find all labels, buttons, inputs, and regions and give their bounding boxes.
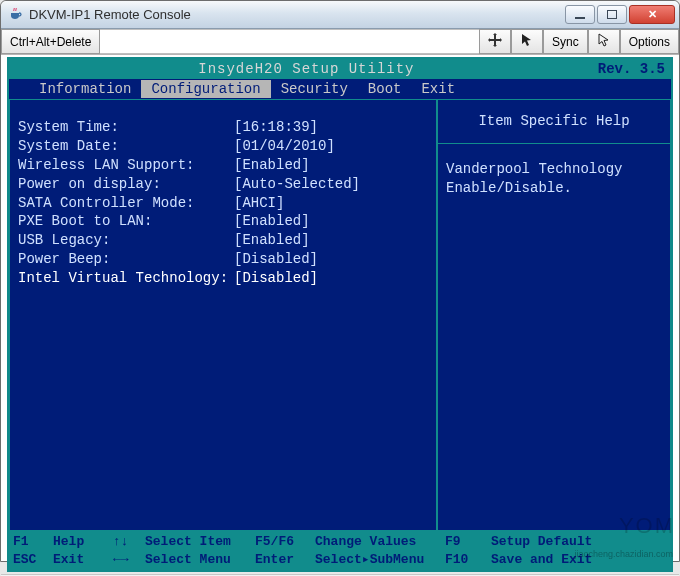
setting-label: Power on display: — [18, 175, 234, 194]
setting-label: System Date: — [18, 137, 234, 156]
move-icon — [488, 33, 502, 50]
setting-value: [Enabled] — [234, 231, 310, 250]
window-controls: ✕ — [565, 5, 675, 24]
remote-console-viewport[interactable]: InsydeH20 Setup Utility Rev. 3.5 Informa… — [7, 57, 673, 572]
menu-configuration[interactable]: Configuration — [141, 80, 270, 99]
bios-header: InsydeH20 Setup Utility Rev. 3.5 — [9, 59, 671, 79]
toolbar-spacer — [100, 29, 479, 54]
action-change-values: Change Values — [315, 533, 445, 551]
setting-usb-legacy[interactable]: USB Legacy:[Enabled] — [18, 231, 430, 250]
setting-value: [Enabled] — [234, 156, 310, 175]
bios-footer: F1 Help ↑↓ Select Item F5/F6 Change Valu… — [9, 531, 671, 570]
setting-power-beep[interactable]: Power Beep:[Disabled] — [18, 250, 430, 269]
app-window: DKVM-IP1 Remote Console ✕ Ctrl+Alt+Delet… — [0, 0, 680, 562]
setting-wireless-lan[interactable]: Wireless LAN Support:[Enabled] — [18, 156, 430, 175]
setting-value: [01/04/2010] — [234, 137, 335, 156]
sync-button[interactable]: Sync — [543, 29, 588, 54]
setting-value: [Disabled] — [234, 250, 318, 269]
setting-label: System Time: — [18, 118, 234, 137]
bios-menu: Information Configuration Security Boot … — [9, 79, 671, 99]
settings-panel: System Time:[16:18:39]System Date:[01/04… — [9, 99, 437, 531]
key-f5f6: F5/F6 — [255, 533, 315, 551]
app-toolbar: Ctrl+Alt+Delete Sync Options — [1, 29, 679, 55]
setting-value: [Disabled] — [234, 269, 318, 288]
cursor-icon-button-2[interactable] — [588, 29, 620, 54]
key-arrows-h: ←→ — [113, 551, 145, 569]
setting-pxe-boot[interactable]: PXE Boot to LAN:[Enabled] — [18, 212, 430, 231]
cursor-icon — [597, 33, 611, 50]
action-exit: Exit — [53, 551, 113, 569]
setting-label: PXE Boot to LAN: — [18, 212, 234, 231]
bios-body: System Time:[16:18:39]System Date:[01/04… — [9, 99, 671, 531]
menu-security[interactable]: Security — [271, 80, 358, 99]
setting-value: [Enabled] — [234, 212, 310, 231]
key-enter: Enter — [255, 551, 315, 569]
key-f1: F1 — [13, 533, 53, 551]
setting-power-on-display[interactable]: Power on display:[Auto-Selected] — [18, 175, 430, 194]
key-f10: F10 — [445, 551, 491, 569]
bios-revision: Rev. 3.5 — [598, 60, 665, 79]
bios-title: InsydeH20 Setup Utility — [15, 60, 598, 79]
setting-value: [AHCI] — [234, 194, 284, 213]
titlebar[interactable]: DKVM-IP1 Remote Console ✕ — [1, 1, 679, 29]
cursor-icon — [520, 33, 534, 50]
setting-value: [Auto-Selected] — [234, 175, 360, 194]
setting-label: Wireless LAN Support: — [18, 156, 234, 175]
setting-label: Intel Virtual Technology: — [18, 269, 234, 288]
action-setup-default: Setup Default — [491, 533, 667, 551]
action-select-item: Select Item — [145, 533, 255, 551]
java-icon — [7, 7, 23, 23]
close-button[interactable]: ✕ — [629, 5, 675, 24]
setting-system-time[interactable]: System Time:[16:18:39] — [18, 118, 430, 137]
action-submenu: Select▸SubMenu — [315, 551, 445, 569]
menu-information[interactable]: Information — [29, 80, 141, 99]
menu-boot[interactable]: Boot — [358, 80, 412, 99]
setting-label: USB Legacy: — [18, 231, 234, 250]
minimize-button[interactable] — [565, 5, 595, 24]
action-select-menu: Select Menu — [145, 551, 255, 569]
bios-screen: InsydeH20 Setup Utility Rev. 3.5 Informa… — [9, 59, 671, 570]
window-title: DKVM-IP1 Remote Console — [29, 7, 191, 22]
key-f9: F9 — [445, 533, 491, 551]
setting-label: Power Beep: — [18, 250, 234, 269]
help-panel: Item Specific Help Vanderpool Technology… — [437, 99, 671, 531]
setting-sata-mode[interactable]: SATA Controller Mode:[AHCI] — [18, 194, 430, 213]
cursor-icon-button-1[interactable] — [511, 29, 543, 54]
setting-value: [16:18:39] — [234, 118, 318, 137]
menu-exit[interactable]: Exit — [411, 80, 465, 99]
help-body: Vanderpool Technology Enable/Disable. — [446, 160, 662, 198]
setting-system-date[interactable]: System Date:[01/04/2010] — [18, 137, 430, 156]
mouse-sync-icon-button[interactable] — [479, 29, 511, 54]
action-save-exit: Save and Exit — [491, 551, 667, 569]
maximize-button[interactable] — [597, 5, 627, 24]
ctrl-alt-delete-button[interactable]: Ctrl+Alt+Delete — [1, 29, 100, 54]
key-arrows-v: ↑↓ — [113, 533, 145, 551]
options-button[interactable]: Options — [620, 29, 679, 54]
setting-intel-vt[interactable]: Intel Virtual Technology:[Disabled] — [18, 269, 430, 288]
action-help: Help — [53, 533, 113, 551]
setting-label: SATA Controller Mode: — [18, 194, 234, 213]
help-title: Item Specific Help — [438, 106, 670, 144]
key-esc: ESC — [13, 551, 53, 569]
